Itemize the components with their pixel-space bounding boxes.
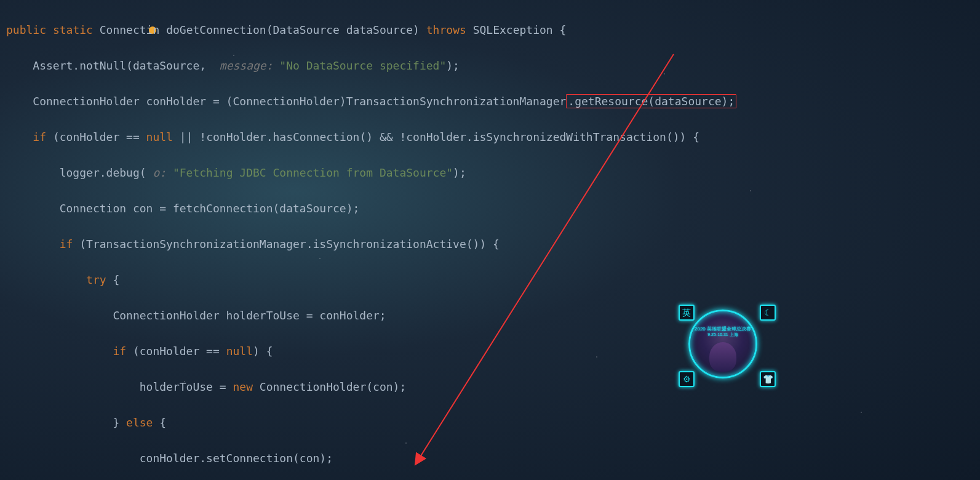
highlight-box: .getResource(dataSource); bbox=[566, 94, 736, 108]
widget-corner-button-moon-icon[interactable]: ☾ bbox=[760, 305, 776, 321]
code-line: Connection con = fetchConnection(dataSou… bbox=[6, 199, 980, 217]
code-editor[interactable]: public static Connectin doGetConnection(… bbox=[0, 0, 980, 480]
code-line: Assert.notNull(dataSource, message: "No … bbox=[6, 57, 980, 74]
code-line: conHolder.setConnection(con); bbox=[6, 449, 980, 467]
widget-title: 2020 英雄联盟全球总决赛 9.25-10.31 上海 bbox=[695, 326, 751, 337]
code-line: if (conHolder == null) { bbox=[6, 342, 980, 360]
code-line: try { bbox=[6, 271, 980, 289]
widget-corner-button-shirt-icon[interactable]: 👕 bbox=[760, 371, 776, 387]
widget-corner-button-language[interactable]: 英 bbox=[679, 305, 695, 321]
code-line: public static Connectin doGetConnection(… bbox=[6, 21, 980, 39]
code-line: if (TransactionSynchronizationManager.is… bbox=[6, 235, 980, 253]
floating-game-widget[interactable]: 2020 英雄联盟全球总决赛 9.25-10.31 上海 英 ☾ ⚙ 👕 bbox=[667, 305, 778, 385]
code-line: logger.debug( o: "Fetching JDBC Connecti… bbox=[6, 164, 980, 182]
code-line: ConnectionHolder conHolder = (Connection… bbox=[6, 92, 980, 110]
code-line: } else { bbox=[6, 414, 980, 431]
code-line: holderToUse = new ConnectionHolder(con); bbox=[6, 378, 980, 396]
widget-main-circle[interactable]: 2020 英雄联盟全球总决赛 9.25-10.31 上海 bbox=[688, 310, 757, 378]
widget-corner-button-gear-icon[interactable]: ⚙ bbox=[679, 371, 695, 387]
widget-character-icon bbox=[709, 342, 736, 372]
code-line: if (conHolder == null || !conHolder.hasC… bbox=[6, 128, 980, 146]
code-line: ConnectionHolder holderToUse = conHolder… bbox=[6, 306, 980, 324]
